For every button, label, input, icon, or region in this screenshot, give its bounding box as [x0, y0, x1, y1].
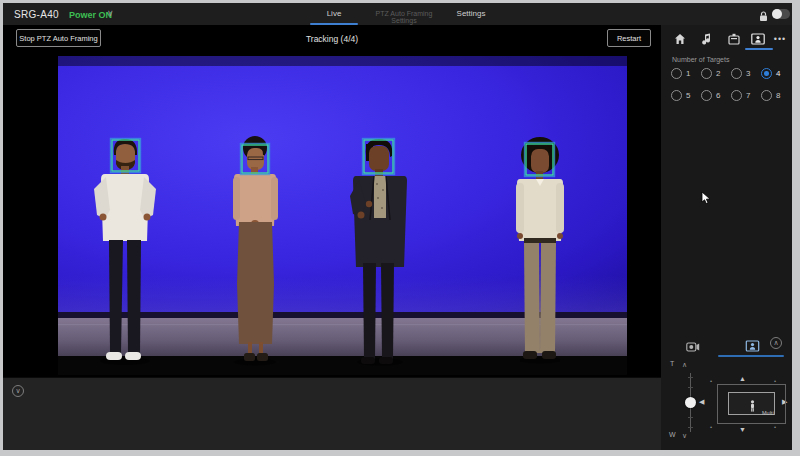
expand-panel-icon[interactable]: ∨: [12, 385, 24, 397]
framing-person-icon: [749, 398, 756, 416]
radio-circle: [701, 68, 712, 79]
target-radio-6[interactable]: 6: [701, 90, 720, 101]
toggle-knob: [772, 9, 782, 19]
target-radio-2[interactable]: 2: [701, 68, 720, 79]
camera-web-app: SRG-A40 Power ON ∨ Live PTZ Auto Framing…: [3, 3, 792, 450]
tilt-up-button[interactable]: ▲: [739, 375, 746, 383]
zoom-slider-knob[interactable]: [685, 397, 696, 408]
restart-button[interactable]: Restart: [607, 29, 651, 47]
radio-circle: [731, 68, 742, 79]
framing-mode-label: Multi: [762, 410, 774, 416]
collapse-panel-icon[interactable]: ∧: [770, 337, 782, 349]
audio-icon[interactable]: [699, 32, 713, 46]
tab-live-underline: [310, 23, 358, 25]
auto-framing-tab-icon[interactable]: [743, 339, 761, 353]
auto-framing-icon[interactable]: [751, 32, 765, 46]
zoom-tele-label: T: [670, 360, 674, 367]
radio-circle: [671, 68, 682, 79]
mouse-cursor: [701, 191, 711, 209]
device-name: SRG-A40: [14, 9, 59, 20]
pan-left-button[interactable]: ◀: [699, 398, 704, 406]
live-video-view[interactable]: [58, 56, 627, 375]
zoom-wide-button[interactable]: ∨: [682, 432, 687, 439]
camera-image-toggle[interactable]: [772, 9, 790, 19]
stage-scene: [58, 56, 627, 375]
radio-circle: [731, 90, 742, 101]
tab-live[interactable]: Live: [308, 9, 360, 18]
radio-circle: [671, 90, 682, 101]
manual-camera-icon[interactable]: [684, 339, 702, 353]
pan-down-left-button[interactable]: •: [710, 424, 712, 430]
active-icon-underline: [745, 48, 773, 50]
target-radio-8[interactable]: 8: [761, 90, 780, 101]
titlebar: SRG-A40 Power ON ∨ Live PTZ Auto Framing…: [3, 3, 792, 25]
tab-settings[interactable]: Settings: [451, 9, 491, 18]
target-radio-3[interactable]: 3: [731, 68, 750, 79]
home-icon[interactable]: [673, 32, 687, 46]
pan-down-right-button[interactable]: •: [774, 424, 776, 430]
radio-circle: [761, 90, 772, 101]
framing-preview-outer: Multi: [717, 384, 786, 424]
target-radio-1[interactable]: 1: [671, 68, 690, 79]
zoom-tele-button[interactable]: ∧: [682, 361, 687, 368]
chevron-down-icon[interactable]: ∨: [107, 8, 114, 18]
zoom-wide-label: W: [669, 431, 676, 438]
preset-box-icon[interactable]: [727, 32, 741, 46]
power-status[interactable]: Power ON: [69, 10, 112, 20]
tracking-status: Tracking (4/4): [3, 34, 661, 44]
radio-circle: [761, 68, 772, 79]
number-of-targets-label: Number of Targets: [672, 56, 729, 63]
tab-ptz-auto-framing-settings[interactable]: PTZ Auto Framing Settings: [363, 9, 445, 24]
sidebar: ••• Number of Targets 1 2 3 4 5 6: [661, 25, 792, 450]
target-radio-7[interactable]: 7: [731, 90, 750, 101]
target-radio-4[interactable]: 4: [761, 68, 780, 79]
radio-circle: [701, 90, 712, 101]
more-icon[interactable]: •••: [773, 32, 787, 46]
tilt-down-button[interactable]: ▼: [739, 426, 746, 434]
bottom-panel: ∨: [3, 377, 661, 450]
active-panel-tab-underline: [718, 355, 784, 357]
pan-up-left-button[interactable]: •: [710, 378, 712, 384]
target-radio-5[interactable]: 5: [671, 90, 690, 101]
framing-preview-frame: Multi: [728, 392, 775, 415]
lock-icon: [759, 8, 768, 26]
